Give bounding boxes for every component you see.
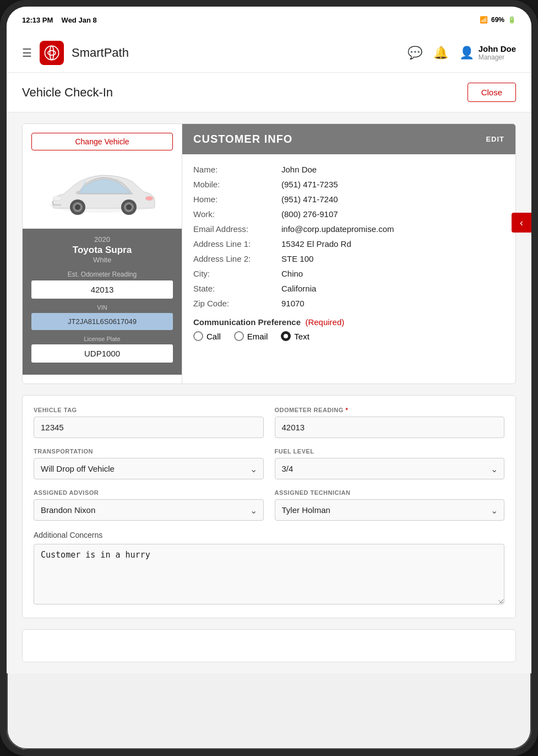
wifi-icon: 📶 [480,16,488,24]
technician-select-wrapper: Tyler Holman ⌄ [275,499,505,521]
vehicle-make-model: Toyota Supra [31,245,173,256]
vehicle-color: White [31,256,173,264]
car-illustration [42,165,163,220]
brand-name: SmartPath [72,46,129,60]
radio-label-email: Email [247,332,268,341]
toyota-logo [40,41,64,65]
bell-icon[interactable]: 🔔 [433,46,448,60]
radio-label-call: Call [206,332,221,341]
user-avatar-icon: 👤 [459,46,474,60]
vehicle-tag-input[interactable] [34,417,264,438]
radio-group-comm: Call Email Text [193,331,504,341]
customer-body: Name: John Doe Mobile: (951) 471-7235 Ho… [182,154,515,349]
comm-pref-label: Communication Preference (Required) [193,317,504,327]
resize-icon: ⤡ [498,598,502,604]
transportation-select[interactable]: Will Drop off Vehicle Waiting Loaner Shu… [34,458,264,479]
odometer-input[interactable] [31,280,173,299]
radio-label-text: Text [294,332,309,341]
field-label-zip: Zip Code: [193,299,281,308]
form-group-odometer: ODOMETER READING * [275,407,505,438]
customer-info-title: CUSTOMER INFO [193,133,292,145]
form-group-vehicle-tag: VEHICLE TAG [34,407,264,438]
status-date: Wed Jan 8 [62,16,97,24]
assigned-technician-select[interactable]: Tyler Holman [275,499,505,521]
form-group-fuel: FUEL LEVEL 1/8 1/4 1/2 3/4 Full ⌄ [275,448,505,479]
license-label: License Plate [31,336,173,342]
field-value-home: (951) 471-7240 [281,195,338,204]
field-label-address1: Address Line 1: [193,239,281,249]
battery-icon: 🔋 [508,16,516,24]
device-frame: 12:13 PM Wed Jan 8 📶 69% 🔋 ☰ SmartPath 💬 [0,0,538,756]
table-row: Name: John Doe [193,162,504,177]
odometer-label: Est. Odometer Reading [31,271,173,278]
odometer-reading-label: ODOMETER READING * [275,407,505,413]
radio-circle-call [193,331,203,341]
page-title: Vehicle Check-In [22,85,113,100]
comm-pref-text: Communication Preference [193,317,301,327]
table-row: City: Chino [193,266,504,281]
svg-point-6 [75,204,80,210]
field-value-address1: 15342 El Prado Rd [281,239,351,249]
table-row: Email Address: info@corp.updatepromise.c… [193,222,504,236]
nav-right: 💬 🔔 👤 John Doe Manager [407,44,516,61]
assigned-advisor-label: ASSIGNED ADVISOR [34,489,264,496]
customer-panel: CUSTOMER INFO EDIT Name: John Doe Mobile… [182,124,515,384]
field-value-work: (800) 276-9107 [281,209,338,219]
additional-concerns-label: Additional Concerns [34,531,504,539]
field-label-state: State: [193,284,281,293]
svg-point-10 [53,196,62,201]
status-left: 12:13 PM Wed Jan 8 [22,16,97,24]
vin-label: VIN [31,304,173,311]
assigned-advisor-select[interactable]: Brandon Nixon [34,499,264,521]
odometer-required-star: * [345,407,348,413]
bottom-space [22,629,516,662]
field-value-mobile: (951) 471-7235 [281,180,338,189]
edit-button[interactable]: EDIT [486,135,504,143]
field-label-address2: Address Line 2: [193,254,281,263]
fuel-level-select[interactable]: 1/8 1/4 1/2 3/4 Full [275,458,505,479]
change-vehicle-button[interactable]: Change Vehicle [31,133,173,150]
svg-point-2 [50,46,54,60]
table-row: Address Line 2: STE 100 [193,251,504,266]
vehicle-tag-label: VEHICLE TAG [34,407,264,413]
svg-point-9 [126,204,132,210]
field-value-address2: STE 100 [281,254,313,263]
menu-icon[interactable]: ☰ [22,46,32,60]
additional-concerns-textarea[interactable]: Customer is in a hurry [34,544,504,604]
form-group-transportation: TRANSPORTATION Will Drop off Vehicle Wai… [34,448,264,479]
form-row-transport-fuel: TRANSPORTATION Will Drop off Vehicle Wai… [34,448,504,479]
comm-pref-section: Communication Preference (Required) Call… [193,317,504,341]
chat-icon[interactable]: 💬 [407,46,422,60]
form-group-technician: ASSIGNED TECHNICIAN Tyler Holman ⌄ [275,489,505,521]
svg-point-12 [145,196,153,201]
field-label-work: Work: [193,209,281,219]
form-section: VEHICLE TAG ODOMETER READING * TRANSPORT… [22,395,516,618]
vehicle-panel: Change Vehicle [23,124,182,384]
side-back-button[interactable]: ‹ [512,213,531,233]
status-bar: 12:13 PM Wed Jan 8 📶 69% 🔋 [7,7,531,33]
field-value-name: John Doe [281,165,317,174]
comm-pref-required: (Required) [305,317,344,327]
table-row: Zip Code: 91070 [193,296,504,311]
vin-input[interactable] [31,313,173,330]
nav-bar: ☰ SmartPath 💬 🔔 👤 John Doe Manager [7,33,531,73]
main-content: Change Vehicle [7,112,531,673]
close-button[interactable]: Close [468,83,516,102]
field-label-mobile: Mobile: [193,180,281,189]
radio-email[interactable]: Email [234,331,268,341]
field-label-name: Name: [193,165,281,174]
svg-point-0 [45,46,58,60]
radio-text[interactable]: Text [281,331,309,341]
table-row: State: California [193,281,504,296]
user-profile[interactable]: 👤 John Doe Manager [459,44,516,61]
battery-level: 69% [491,16,504,24]
vehicle-info-dark: 2020 Toyota Supra White Est. Odometer Re… [23,229,182,375]
top-section: Change Vehicle [22,123,516,384]
assigned-technician-label: ASSIGNED TECHNICIAN [275,489,505,496]
radio-circle-text [281,331,291,341]
odometer-reading-input[interactable] [275,417,505,438]
user-name: John Doe [479,44,516,53]
table-row: Address Line 1: 15342 El Prado Rd [193,236,504,251]
license-plate-input[interactable] [31,344,173,363]
radio-call[interactable]: Call [193,331,221,341]
